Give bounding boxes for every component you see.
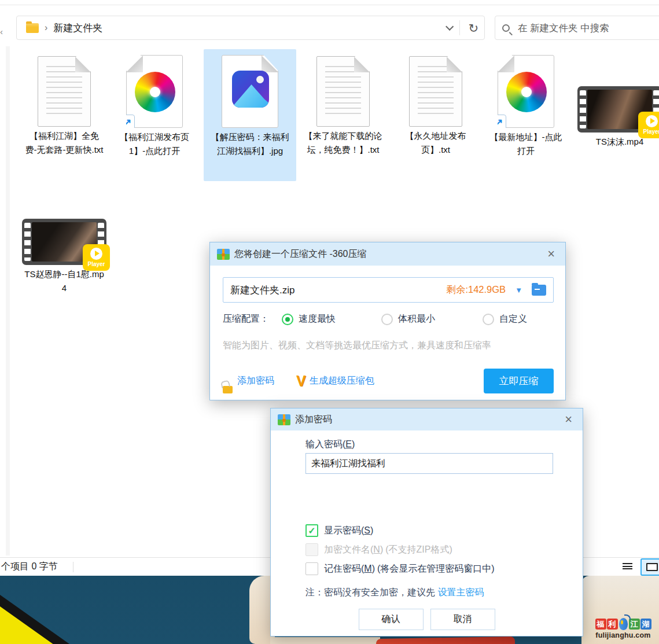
mountain-shape bbox=[232, 84, 269, 108]
file-tile[interactable]: 【福利江湖】全免费-无套路-更新快.txt bbox=[21, 49, 108, 160]
checkbox-label: 加密文件名(N) bbox=[324, 544, 383, 556]
close-icon[interactable]: × bbox=[561, 413, 576, 426]
password-field-label: 输入密码(E) bbox=[305, 439, 355, 451]
disk-space-remaining: 剩余:142.9GB bbox=[446, 284, 506, 296]
logo-domain: fulijianghu.com bbox=[591, 631, 656, 639]
video-thumbnail: Player bbox=[577, 86, 659, 133]
security-note: 注：密码没有安全加密，建议先 设置主密码 bbox=[305, 587, 484, 599]
breadcrumb[interactable]: 新建文件夹 bbox=[53, 21, 102, 35]
logo-char: 利 bbox=[607, 619, 618, 630]
file-tile[interactable]: ↗ 【福利江湖发布页1】-点此打开 bbox=[111, 49, 198, 161]
chevron-down-icon[interactable] bbox=[446, 23, 454, 31]
radio-custom[interactable]: 自定义 bbox=[483, 313, 527, 325]
radio-fastest-speed[interactable]: 速度最快 bbox=[282, 313, 336, 325]
browse-folder-icon[interactable] bbox=[532, 285, 546, 296]
show-password-checkbox-row[interactable]: ✓ 显示密码(S) bbox=[305, 524, 373, 537]
search-input[interactable] bbox=[518, 23, 655, 34]
refresh-icon[interactable]: ↻ bbox=[468, 22, 478, 34]
checkbox-icon[interactable] bbox=[305, 562, 318, 575]
film-holes bbox=[24, 223, 31, 261]
dialog-title: 您将创建一个压缩文件 -360压缩 bbox=[234, 248, 366, 260]
archive-filename-field[interactable]: 新建文件夹.zip 剩余:142.9GB ▼ bbox=[223, 277, 554, 303]
radio-icon[interactable] bbox=[381, 314, 393, 325]
compress-now-button[interactable]: 立即压缩 bbox=[484, 369, 554, 393]
logo-char: 湖 bbox=[640, 619, 651, 630]
file-tile[interactable]: 【来了就能下载的论坛，纯免费！】.txt bbox=[300, 49, 386, 160]
sun-dot bbox=[256, 76, 264, 83]
checkbox-disabled-icon bbox=[305, 543, 318, 556]
item-count-label: 个项目 0 字节 bbox=[1, 561, 58, 573]
text-file-icon bbox=[409, 56, 462, 127]
doc-lines bbox=[46, 66, 82, 118]
doc-fold bbox=[75, 57, 90, 72]
page-fold bbox=[127, 56, 143, 72]
radio-selected-icon[interactable] bbox=[282, 314, 293, 325]
checkbox-label: 记住密码(M) bbox=[324, 563, 375, 575]
add-password-link[interactable]: 添加密码 bbox=[237, 375, 274, 387]
360zip-app-icon bbox=[278, 414, 290, 425]
logo-char: 福 bbox=[595, 619, 606, 630]
logo-char: 江 bbox=[629, 619, 640, 630]
file-tile[interactable]: 【永久地址发布页】.txt bbox=[392, 49, 479, 160]
file-tile[interactable]: Player TS赵恩静--自1慰.mp4 bbox=[21, 213, 108, 299]
close-icon[interactable]: × bbox=[544, 248, 558, 260]
back-icon[interactable]: ‹ bbox=[0, 27, 3, 36]
large-icons-view-button[interactable] bbox=[640, 558, 659, 576]
360zip-app-icon bbox=[217, 249, 230, 260]
note-text: 注：密码没有安全加密，建议先 bbox=[305, 587, 437, 597]
photos-app-icon bbox=[232, 71, 269, 108]
film-holes bbox=[580, 90, 586, 128]
wallpaper-beige-sliver bbox=[270, 637, 380, 644]
player-badge-label: Player bbox=[643, 128, 659, 135]
checkbox-checked-icon[interactable]: ✓ bbox=[305, 524, 318, 537]
super-zip-link[interactable]: 生成超级压缩包 bbox=[310, 375, 374, 387]
dialog-footer: 添加密码 V 生成超级压缩包 立即压缩 bbox=[223, 369, 554, 393]
dialog-titlebar[interactable]: 添加密码 × bbox=[271, 409, 583, 430]
file-name: 【最新地址】-点此打开 bbox=[483, 128, 569, 161]
divider bbox=[73, 562, 73, 572]
label-close: ) bbox=[352, 439, 355, 449]
config-label: 压缩配置： bbox=[223, 313, 269, 325]
radio-label: 速度最快 bbox=[299, 313, 336, 325]
search-icon bbox=[502, 24, 510, 32]
dropdown-triangle-icon[interactable]: ▼ bbox=[515, 286, 522, 295]
fulijianghu-watermark: 福 利 江 湖 fulijianghu.com bbox=[591, 618, 656, 639]
search-box[interactable] bbox=[495, 16, 659, 40]
set-master-password-link[interactable]: 设置主密码 bbox=[437, 587, 484, 597]
list-view-button[interactable] bbox=[617, 559, 637, 575]
compression-config-row: 压缩配置： 速度最快 体积最小 自定义 bbox=[223, 313, 527, 325]
file-tile[interactable]: Player TS沫沫.mp4 bbox=[576, 49, 659, 152]
shortcut-file-icon: ↗ bbox=[498, 55, 554, 128]
mnemonic-key: E bbox=[345, 439, 352, 449]
archive-filename[interactable]: 新建文件夹.zip bbox=[230, 284, 294, 297]
text-file-icon bbox=[316, 56, 370, 127]
player-badge: Player bbox=[638, 112, 659, 138]
play-icon bbox=[646, 115, 658, 127]
encrypt-filename-checkbox-row: 加密文件名(N) (不支持ZIP格式) bbox=[305, 543, 452, 556]
large-icons-view-icon bbox=[646, 563, 658, 571]
file-name: 【福利江湖】全免费-无套路-更新快.txt bbox=[21, 127, 108, 160]
folder-icon bbox=[26, 23, 39, 33]
password-input[interactable] bbox=[305, 453, 553, 474]
checkbox-suffix: (将会显示在管理密码窗口中) bbox=[377, 563, 495, 575]
add-password-dialog: 添加密码 × 输入密码(E) ✓ 显示密码(S) 加密文件名(N) (不支持ZI… bbox=[270, 408, 583, 636]
shortcut-file-icon: ↗ bbox=[126, 55, 183, 128]
file-tile-selected[interactable]: 【解压密码：来福利江湖找福利】.jpg bbox=[204, 49, 296, 181]
remember-password-checkbox-row[interactable]: 记住密码(M) (将会显示在管理密码窗口中) bbox=[305, 562, 495, 575]
file-name: 【解压密码：来福利江湖找福利】.jpg bbox=[204, 128, 296, 161]
play-icon bbox=[90, 248, 102, 260]
dialog-titlebar[interactable]: 您将创建一个压缩文件 -360压缩 × bbox=[210, 242, 565, 266]
browser-swirl-icon bbox=[135, 72, 175, 112]
page-fold bbox=[498, 56, 514, 72]
address-bar[interactable]: › 新建文件夹 ↻ bbox=[16, 16, 485, 40]
radio-label: 自定义 bbox=[499, 313, 527, 325]
dialog-title: 添加密码 bbox=[295, 414, 332, 426]
cancel-button[interactable]: 取消 bbox=[430, 609, 495, 630]
window-top-divider bbox=[0, 5, 659, 5]
confirm-button[interactable]: 确认 bbox=[359, 609, 424, 630]
radio-icon[interactable] bbox=[483, 314, 494, 325]
browser-swirl-icon bbox=[506, 72, 547, 112]
radio-smallest-size[interactable]: 体积最小 bbox=[381, 313, 435, 325]
doc-fold bbox=[354, 57, 369, 72]
file-tile[interactable]: ↗ 【最新地址】-点此打开 bbox=[483, 49, 569, 161]
